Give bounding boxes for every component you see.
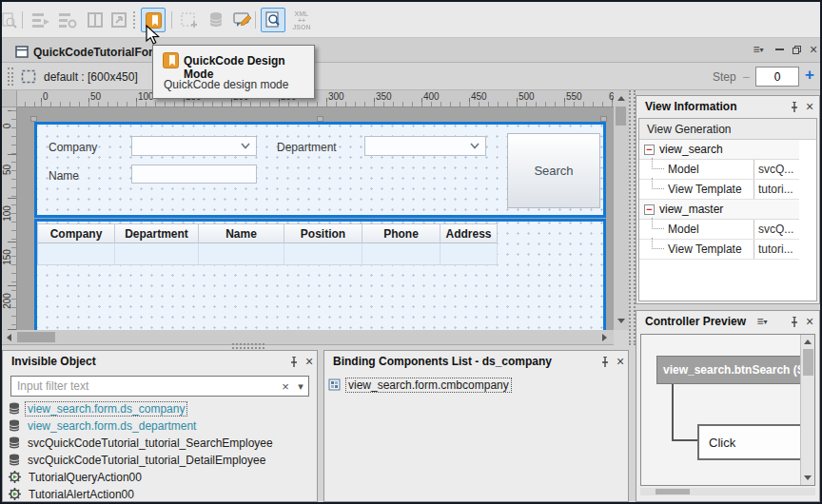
database-icon[interactable] [204,8,228,32]
hscroll-thumb[interactable] [17,332,55,342]
pin-button[interactable] [787,314,802,329]
list-settings-icon[interactable] [55,8,80,32]
grid-header-cell[interactable]: Department [115,223,199,243]
generate-list-icon[interactable] [29,8,53,32]
hscroll-thumb[interactable] [656,489,690,494]
tree-row-value[interactable]: tutori... [754,240,799,259]
scroll-up-icon[interactable] [804,339,812,344]
panel-export-icon[interactable] [107,8,131,32]
department-combo[interactable] [364,136,486,156]
action-gear-icon [9,471,21,483]
search-button[interactable]: Search [507,133,600,208]
object-item[interactable]: svcQuickCodeTutorial_tutorial_SearchEmpl… [9,435,276,451]
scroll-right-icon[interactable] [602,334,607,341]
close-button[interactable]: × [805,42,822,57]
tree-row-value[interactable]: svcQ... [754,160,799,179]
object-item[interactable]: TutorialAlertAction00 [9,486,137,502]
step-input[interactable] [755,67,799,87]
grid-header-cell[interactable]: Phone [362,223,440,243]
filter-clear-icon[interactable]: × [278,379,293,394]
edit-script-icon[interactable] [230,8,255,32]
controller-preview-header: Controller Preview ≡▾ × [636,311,819,332]
step-increment-button[interactable]: + [805,66,814,85]
tab-menu-button[interactable]: ≡▾ [750,42,767,57]
tree-group-view-search[interactable]: − view_search [639,140,799,160]
restore-button[interactable] [788,42,805,57]
event-node-click[interactable]: Click [697,424,813,460]
tree-row-model[interactable]: Model svcQ... [639,160,799,180]
vscroll-thumb[interactable] [803,349,813,376]
tree-row-model[interactable]: Model svcQ... [639,220,799,240]
view-generation-category[interactable]: View Generation [639,119,816,140]
object-item[interactable]: view_search.form.ds_department [9,417,199,434]
add-frame-icon[interactable] [177,8,202,32]
selection-handle[interactable] [600,116,607,122]
minimize-button[interactable] [771,42,788,57]
design-canvas[interactable]: Company Department Name Search Company D… [17,107,614,330]
form-size-label[interactable]: default : [600x450] [44,70,138,84]
panel-menu-button[interactable]: ≡▾ [754,314,770,329]
result-grid[interactable]: Company Department Name Position Phone A… [37,223,498,265]
close-panel-button[interactable]: × [613,354,628,369]
selection-handle[interactable] [30,116,37,122]
grid-empty-row [37,243,498,265]
close-icon: × [806,314,813,329]
binding-item[interactable]: view_search.form.cmbcompany [328,377,512,393]
pin-button[interactable] [286,354,302,369]
filter-input[interactable] [11,379,278,393]
pin-icon [289,357,299,367]
step-decrement-button[interactable]: − [742,69,750,85]
step-label: Step [713,70,736,84]
tree-row-value[interactable]: svcQ... [754,220,799,239]
filter-dropdown-icon[interactable]: ▾ [293,380,308,393]
tree-row-value[interactable]: tutori... [754,180,799,199]
close-panel-button[interactable]: × [802,314,817,329]
close-panel-button[interactable]: × [802,99,817,114]
xml-json-icon[interactable]: XML ++ JSON [289,8,314,32]
canvas-hscrollbar[interactable] [2,330,614,345]
collapse-icon[interactable]: − [644,145,655,155]
object-item[interactable]: TutorialQueryAction00 [9,469,145,485]
view-search-region[interactable]: Company Department Name Search [34,122,606,218]
close-panel-button[interactable]: × [302,354,317,369]
name-edit[interactable] [131,165,257,184]
controller-node[interactable]: view_search.btnSearch (Se [656,356,801,384]
grid-header-cell[interactable]: Name [199,223,284,243]
search-document-icon[interactable] [0,8,21,32]
pin-button[interactable] [597,354,613,369]
pin-icon [790,102,799,112]
object-item[interactable]: view_search.form.ds_company [9,400,187,417]
scroll-left-icon[interactable] [7,334,11,341]
selection-frame-icon[interactable] [21,69,36,84]
vscroll-thumb[interactable] [616,107,626,126]
tree-row-view-template[interactable]: View Template tutori... [639,240,799,260]
chevron-down-icon [470,143,480,149]
tree-group-view-master[interactable]: − view_master [639,200,799,220]
company-combo[interactable] [131,136,257,156]
pin-button[interactable] [787,99,802,114]
grid-header-cell[interactable]: Company [37,223,115,243]
scroll-down-icon[interactable] [617,319,625,323]
bottom-panel-splitter[interactable] [232,343,264,349]
grid-header-cell[interactable]: Address [440,223,498,243]
tree-row-view-template[interactable]: View Template tutori... [639,180,799,200]
panel-title: View Information [645,100,736,113]
view-master-region[interactable]: Company Department Name Position Phone A… [34,219,606,330]
view-book-icon[interactable] [83,8,108,32]
collapse-icon[interactable]: − [644,204,655,215]
view-information-panel: View Information × View Generation − vie… [636,95,820,304]
right-panel-splitter[interactable] [629,90,636,345]
selection-handle[interactable] [317,116,323,122]
form-icon [15,46,29,58]
diagram-vscrollbar[interactable] [800,335,814,485]
preview-zoom-button[interactable] [261,8,285,32]
canvas-vscrollbar[interactable] [614,90,629,330]
tab-title: QuickCodeTutorialForm [33,46,163,59]
scroll-down-icon[interactable] [804,475,812,480]
diagram-hscrollbar[interactable] [640,488,815,495]
object-item[interactable]: svcQuickCodeTutorial_tutorial_DetailEmpl… [9,452,268,468]
scroll-up-icon[interactable] [617,96,625,101]
tooltip-body: QuickCode design mode [164,78,288,91]
toolbar-grip[interactable] [8,68,13,86]
grid-header-cell[interactable]: Position [284,223,362,243]
